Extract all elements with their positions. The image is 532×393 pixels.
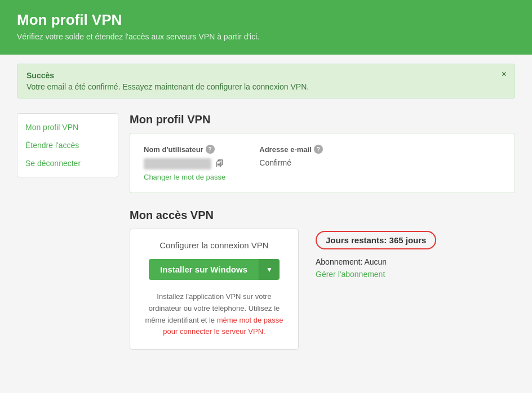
profile-section-title: Mon profil VPN (130, 113, 515, 126)
change-password-link[interactable]: Changer le mot de passe (144, 173, 225, 181)
alert-title: Succès (26, 71, 492, 80)
vpn-configure-card: Configurer la connexion VPN Installer su… (130, 229, 299, 350)
sidebar-nav: Mon profil VPN Étendre l'accès Se déconn… (17, 113, 118, 177)
sidebar-item-logout[interactable]: Se déconnecter (17, 154, 118, 172)
sidebar: Mon profil VPN Étendre l'accès Se déconn… (17, 113, 118, 350)
alert-close-button[interactable]: × (502, 70, 507, 79)
copy-icon[interactable]: 🗐 (216, 159, 224, 168)
install-description: Installez l'application VPN sur votre or… (144, 291, 285, 338)
install-windows-button[interactable]: Installer sur Windows (149, 259, 259, 280)
alert-message: Votre email a été confirmé. Essayez main… (26, 82, 492, 91)
main-content: Mon profil VPN Étendre l'accès Se déconn… (0, 108, 532, 367)
install-button-group: Installer sur Windows ▼ (149, 259, 280, 280)
page-header: Mon profil VPN Vérifiez votre solde et é… (0, 0, 532, 55)
page-title: Mon profil VPN (17, 11, 515, 29)
days-remaining-badge: Jours restants: 365 jours (316, 231, 436, 249)
username-blurred (144, 158, 211, 169)
vpn-section-title: Mon accès VPN (130, 209, 515, 222)
sidebar-item-profile[interactable]: Mon profil VPN (17, 118, 118, 136)
username-help-icon[interactable]: ? (206, 145, 215, 154)
sidebar-item-extend[interactable]: Étendre l'accès (17, 136, 118, 154)
install-dropdown-button[interactable]: ▼ (259, 259, 280, 280)
success-alert: Succès Votre email a été confirmé. Essay… (17, 64, 515, 99)
username-label: Nom d'utilisateur ? (144, 145, 225, 154)
vpn-info-panel: Jours restants: 365 jours Abonnement: Au… (316, 229, 436, 279)
profile-card: Nom d'utilisateur ? 🗐 Changer le mot de … (130, 133, 515, 193)
subscription-info: Abonnement: Aucun (316, 257, 436, 266)
page-subtitle: Vérifiez votre solde et étendez l'accès … (17, 32, 515, 41)
email-help-icon[interactable]: ? (314, 145, 323, 154)
email-field: Adresse e-mail ? Confirmé (259, 145, 323, 181)
configure-title: Configurer la connexion VPN (144, 240, 285, 250)
username-value: 🗐 (144, 158, 225, 169)
username-field: Nom d'utilisateur ? 🗐 Changer le mot de … (144, 145, 225, 181)
profile-fields: Nom d'utilisateur ? 🗐 Changer le mot de … (144, 145, 501, 181)
email-label: Adresse e-mail ? (259, 145, 323, 154)
manage-subscription-link[interactable]: Gérer l'abonnement (316, 270, 385, 279)
content-area: Mon profil VPN Nom d'utilisateur ? 🗐 Cha… (130, 113, 515, 350)
vpn-access-row: Configurer la connexion VPN Installer su… (130, 229, 515, 350)
email-status: Confirmé (259, 158, 323, 167)
